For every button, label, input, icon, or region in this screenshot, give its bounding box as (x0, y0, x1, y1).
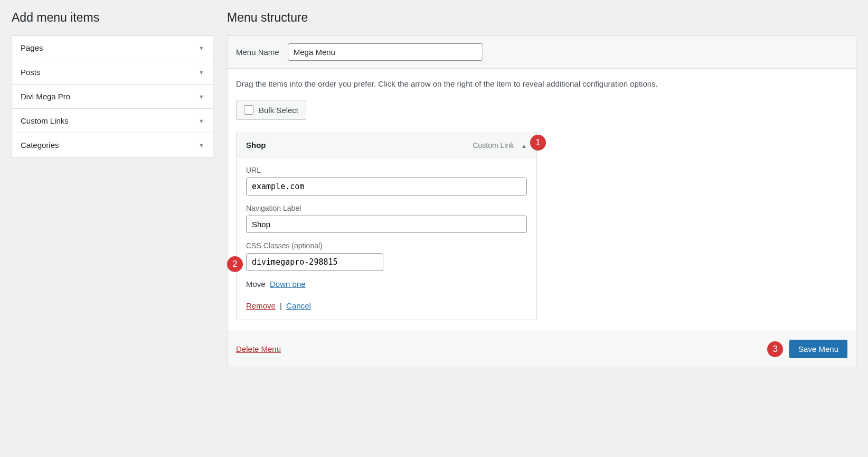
url-input[interactable] (246, 178, 527, 195)
nav-label-label: Navigation Label (246, 204, 527, 212)
caret-down-icon: ▼ (199, 45, 204, 51)
add-menu-accordion: Pages ▼ Posts ▼ Divi Mega Pro ▼ Custom L… (12, 35, 213, 157)
menu-item-title: Shop (246, 141, 266, 150)
caret-up-icon: ▲ (521, 143, 527, 149)
nav-label-input[interactable] (246, 216, 527, 233)
accordion-label: Pages (21, 43, 43, 52)
accordion-label: Categories (21, 141, 59, 150)
accordion-label: Custom Links (21, 116, 69, 125)
accordion-divi-mega-pro[interactable]: Divi Mega Pro ▼ (12, 85, 213, 109)
caret-down-icon: ▼ (199, 142, 204, 148)
accordion-categories[interactable]: Categories ▼ (12, 133, 213, 157)
accordion-custom-links[interactable]: Custom Links ▼ (12, 109, 213, 133)
annotation-badge-1: 1 (530, 135, 546, 151)
menu-item-header[interactable]: Shop Custom Link ▲ (237, 133, 536, 157)
annotation-badge-2: 2 (227, 256, 243, 272)
accordion-pages[interactable]: Pages ▼ (12, 36, 213, 60)
url-label: URL (246, 166, 527, 174)
menu-panel: Menu Name Drag the items into the order … (227, 35, 856, 367)
caret-down-icon: ▼ (199, 94, 204, 100)
menu-item-shop: 1 Shop Custom Link ▲ URL (236, 133, 537, 320)
css-classes-input[interactable] (246, 253, 383, 271)
caret-down-icon: ▼ (199, 118, 204, 124)
move-down-one-link[interactable]: Down one (270, 279, 306, 288)
accordion-label: Divi Mega Pro (21, 92, 70, 101)
move-label: Move (246, 279, 266, 288)
remove-link[interactable]: Remove (246, 301, 276, 310)
add-menu-items-title: Add menu items (12, 11, 213, 25)
delete-menu-link[interactable]: Delete Menu (236, 344, 281, 353)
accordion-posts[interactable]: Posts ▼ (12, 60, 213, 85)
accordion-label: Posts (21, 68, 41, 77)
menu-name-input[interactable] (288, 43, 483, 61)
menu-structure-title: Menu structure (227, 11, 856, 25)
cancel-link[interactable]: Cancel (286, 301, 311, 310)
menu-item-type: Custom Link (473, 141, 514, 150)
bulk-select-checkbox[interactable] (244, 105, 253, 115)
menu-name-label: Menu Name (236, 48, 279, 57)
menu-instructions: Drag the items into the order you prefer… (236, 79, 847, 88)
save-menu-button[interactable]: Save Menu (789, 340, 847, 358)
bulk-select-box[interactable]: Bulk Select (236, 100, 306, 120)
css-classes-label: CSS Classes (optional) (246, 241, 527, 250)
separator: | (280, 301, 282, 310)
annotation-badge-3: 3 (767, 341, 783, 357)
caret-down-icon: ▼ (199, 69, 204, 76)
bulk-select-label: Bulk Select (259, 106, 298, 115)
